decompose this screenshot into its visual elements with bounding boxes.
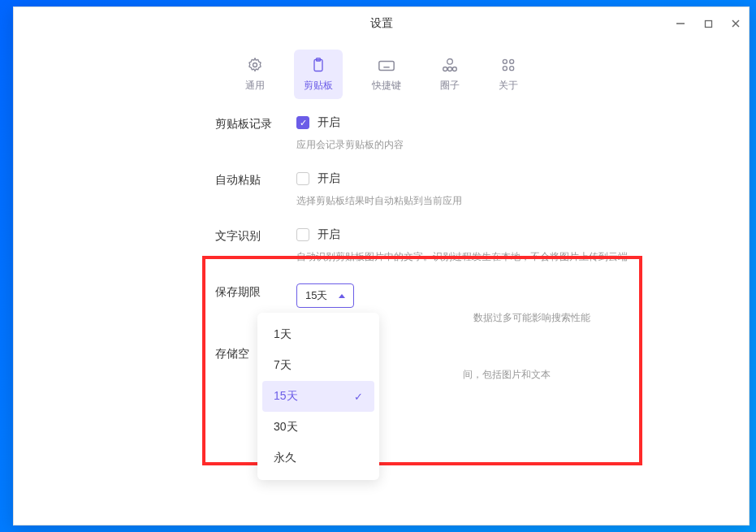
svg-point-19: [503, 67, 507, 71]
setting-clipboard-record: 剪贴板记录 开启 应用会记录剪贴板的内容: [215, 115, 700, 152]
tab-label: 通用: [245, 79, 265, 93]
chevron-up-icon: [339, 294, 345, 298]
window-controls: [674, 7, 742, 40]
setting-label: 文字识别: [215, 227, 296, 244]
setting-text-recognition: 文字识别 开启 自动识别剪贴板图片中的文字。识别过程发生在本地，不会将图片上传到…: [215, 227, 700, 264]
setting-label: 自动粘贴: [215, 171, 296, 188]
dropdown-option-forever[interactable]: 永久: [257, 443, 379, 474]
tab-shortcut[interactable]: 快捷键: [362, 50, 411, 99]
retention-select[interactable]: 15天: [296, 283, 354, 308]
setting-label: 保存期限: [215, 283, 296, 300]
auto-paste-checkbox[interactable]: [296, 172, 309, 185]
dropdown-option-30day[interactable]: 30天: [257, 412, 379, 443]
gear-icon: [246, 56, 264, 74]
svg-point-20: [509, 67, 513, 71]
checkbox-label: 开启: [318, 171, 340, 186]
setting-hint: 选择剪贴板结果时自动粘贴到当前应用: [296, 194, 700, 208]
close-button[interactable]: [729, 17, 742, 30]
grid-icon: [499, 56, 517, 74]
settings-window: 设置 通用 剪贴板: [13, 6, 750, 526]
tab-circle[interactable]: 圈子: [430, 50, 469, 99]
svg-point-15: [443, 67, 447, 71]
window-title: 设置: [370, 16, 393, 31]
svg-point-13: [447, 59, 452, 65]
svg-point-4: [253, 63, 257, 67]
checkbox-label: 开启: [318, 115, 340, 130]
select-value: 15天: [305, 288, 327, 303]
setting-auto-paste: 自动粘贴 开启 选择剪贴板结果时自动粘贴到当前应用: [215, 171, 700, 208]
dropdown-option-7day[interactable]: 7天: [257, 350, 379, 381]
tab-about[interactable]: 关于: [489, 50, 528, 99]
keyboard-icon: [378, 56, 395, 74]
setting-hint: 数据过多可能影响搜索性能: [473, 311, 590, 325]
tab-bar: 通用 剪贴板 快捷键 圈子 关于: [14, 40, 749, 115]
tab-label: 剪贴板: [304, 79, 333, 93]
setting-hint: 应用会记录剪贴板的内容: [296, 138, 700, 152]
tab-label: 快捷键: [372, 79, 401, 93]
setting-hint: 间，包括图片和文本: [463, 368, 551, 382]
checkbox-label: 开启: [318, 227, 340, 242]
retention-dropdown: 1天 7天 15天✓ 30天 永久: [257, 313, 379, 480]
maximize-button[interactable]: [702, 17, 715, 30]
check-icon: ✓: [354, 391, 363, 403]
svg-point-16: [452, 67, 456, 71]
people-icon: [441, 56, 459, 74]
svg-point-18: [509, 59, 513, 63]
svg-rect-7: [378, 61, 393, 70]
clipboard-record-checkbox[interactable]: [296, 116, 309, 129]
clipboard-icon: [309, 56, 327, 74]
svg-point-17: [503, 59, 507, 63]
tab-clipboard[interactable]: 剪贴板: [294, 50, 343, 99]
minimize-button[interactable]: [674, 17, 687, 30]
svg-rect-1: [705, 20, 711, 27]
titlebar: 设置: [14, 7, 749, 40]
setting-hint: 自动识别剪贴板图片中的文字。识别过程发生在本地，不会将图片上传到云端: [296, 250, 700, 264]
svg-point-14: [447, 67, 451, 71]
text-recognition-checkbox[interactable]: [296, 228, 309, 241]
tab-general[interactable]: 通用: [235, 50, 274, 99]
dropdown-option-15day[interactable]: 15天✓: [262, 381, 374, 412]
setting-retention: 保存期限 15天 数据过多可能影响搜索性能 1天 7天 15天✓ 30天 永久: [215, 283, 700, 308]
settings-content: 剪贴板记录 开启 应用会记录剪贴板的内容 自动粘贴 开启 选择剪贴板结果时自动粘…: [14, 115, 749, 361]
tab-label: 圈子: [440, 79, 460, 93]
setting-label: 剪贴板记录: [215, 115, 296, 132]
tab-label: 关于: [499, 79, 518, 93]
dropdown-option-1day[interactable]: 1天: [257, 319, 379, 350]
